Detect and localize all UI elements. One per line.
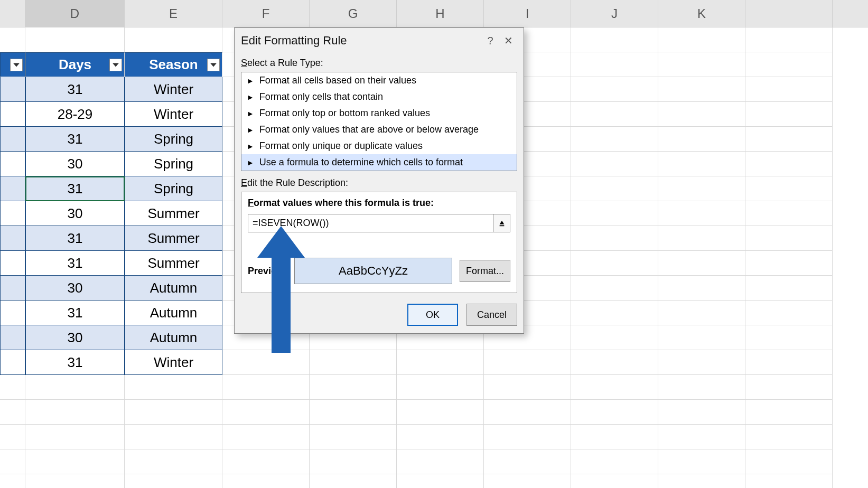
collapse-dialog-button[interactable] <box>493 214 510 232</box>
cell[interactable] <box>0 350 25 375</box>
cell[interactable] <box>658 176 745 201</box>
rule-type-item[interactable]: ►Format only values that are above or be… <box>241 121 517 138</box>
cell[interactable] <box>397 474 484 488</box>
col-header-K[interactable]: K <box>658 0 745 27</box>
cell[interactable] <box>745 325 833 350</box>
cell[interactable] <box>310 425 397 449</box>
cell[interactable] <box>0 102 25 127</box>
cell[interactable] <box>571 52 658 77</box>
cell[interactable] <box>658 102 745 127</box>
table-header-days[interactable]: Days <box>25 52 125 77</box>
cell[interactable] <box>658 201 745 226</box>
cell[interactable] <box>397 375 484 400</box>
cell[interactable] <box>310 375 397 400</box>
cell[interactable] <box>745 201 833 226</box>
cell[interactable] <box>0 127 25 152</box>
cell-season[interactable]: Autumn <box>125 276 222 301</box>
cell[interactable] <box>0 27 25 52</box>
help-icon[interactable]: ? <box>481 32 499 50</box>
cell[interactable] <box>571 375 658 400</box>
cell[interactable] <box>571 127 658 152</box>
close-icon[interactable]: ✕ <box>499 32 517 50</box>
cell[interactable] <box>571 474 658 488</box>
cell[interactable] <box>0 77 25 102</box>
cell[interactable] <box>484 400 571 425</box>
format-button[interactable]: Format... <box>460 260 510 282</box>
cell[interactable] <box>658 27 745 52</box>
cell[interactable] <box>745 276 833 301</box>
cell[interactable] <box>571 176 658 201</box>
cell[interactable] <box>571 102 658 127</box>
cell[interactable] <box>571 325 658 350</box>
cell[interactable] <box>310 474 397 488</box>
cell[interactable] <box>571 400 658 425</box>
ok-button[interactable]: OK <box>407 304 458 326</box>
cell[interactable] <box>222 425 310 449</box>
cell[interactable] <box>658 400 745 425</box>
col-header-J[interactable]: J <box>571 0 658 27</box>
cell-season[interactable]: Summer <box>125 201 222 226</box>
cell[interactable] <box>745 474 833 488</box>
cell[interactable] <box>25 400 125 425</box>
cell[interactable] <box>571 77 658 102</box>
cell[interactable] <box>745 102 833 127</box>
cell[interactable] <box>745 127 833 152</box>
cell[interactable] <box>0 276 25 301</box>
cell-days[interactable]: 31 <box>25 301 125 325</box>
cell[interactable] <box>658 127 745 152</box>
cell[interactable] <box>0 325 25 350</box>
cell[interactable] <box>571 226 658 251</box>
cell[interactable] <box>745 449 833 474</box>
cell[interactable] <box>222 474 310 488</box>
table-header-season[interactable]: Season <box>125 52 222 77</box>
rule-type-item[interactable]: ►Format all cells based on their values <box>241 72 517 89</box>
col-header-stub[interactable] <box>0 0 25 27</box>
cell[interactable] <box>658 226 745 251</box>
rule-type-item[interactable]: ►Format only unique or duplicate values <box>241 138 517 154</box>
cell[interactable] <box>0 201 25 226</box>
cell-season[interactable]: Winter <box>125 102 222 127</box>
cell[interactable] <box>745 77 833 102</box>
cell[interactable] <box>222 400 310 425</box>
cell-season[interactable]: Summer <box>125 251 222 276</box>
cell-season[interactable]: Spring <box>125 127 222 152</box>
cell[interactable] <box>571 27 658 52</box>
col-header-E[interactable]: E <box>125 0 222 27</box>
cell[interactable] <box>571 201 658 226</box>
cell[interactable] <box>658 449 745 474</box>
cell-season[interactable]: Autumn <box>125 325 222 350</box>
cell-days[interactable]: 28-29 <box>25 102 125 127</box>
cell[interactable] <box>658 425 745 449</box>
filter-dropdown-icon[interactable] <box>109 59 122 71</box>
cell-season[interactable]: Winter <box>125 350 222 375</box>
cell[interactable] <box>658 325 745 350</box>
cell[interactable] <box>222 350 310 375</box>
col-header-blank[interactable] <box>745 0 833 27</box>
cell-season[interactable]: Spring <box>125 176 222 201</box>
cell-days[interactable]: 31 <box>25 350 125 375</box>
cell[interactable] <box>658 301 745 325</box>
cell[interactable] <box>658 77 745 102</box>
cell[interactable] <box>0 449 25 474</box>
cell[interactable] <box>484 375 571 400</box>
filter-dropdown-icon[interactable] <box>207 59 220 71</box>
cell-days[interactable]: 31 <box>25 77 125 102</box>
filter-dropdown-icon[interactable] <box>10 59 23 71</box>
cell[interactable] <box>0 176 25 201</box>
cell[interactable] <box>571 449 658 474</box>
cell-days[interactable]: 31 <box>25 226 125 251</box>
col-header-G[interactable]: G <box>310 0 397 27</box>
cell[interactable] <box>745 251 833 276</box>
cell[interactable] <box>658 52 745 77</box>
cell[interactable] <box>125 474 222 488</box>
cell[interactable] <box>658 152 745 176</box>
cell[interactable] <box>25 425 125 449</box>
cell[interactable] <box>0 301 25 325</box>
cell[interactable] <box>25 449 125 474</box>
cell[interactable] <box>310 400 397 425</box>
rule-type-item[interactable]: ►Format only top or bottom ranked values <box>241 105 517 121</box>
active-cell[interactable]: 31 <box>25 176 125 201</box>
cell-days[interactable]: 30 <box>25 152 125 176</box>
cell-season[interactable]: Winter <box>125 77 222 102</box>
cell[interactable] <box>658 350 745 375</box>
